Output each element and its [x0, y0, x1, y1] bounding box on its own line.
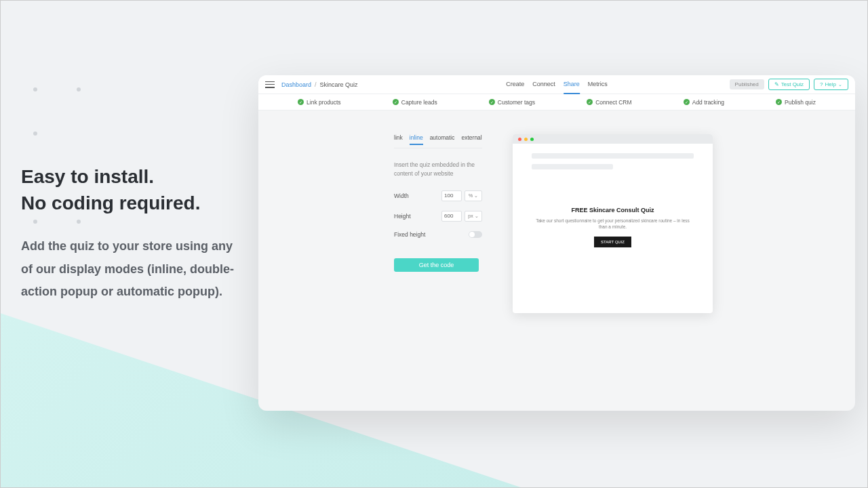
skeleton-line [532, 164, 613, 169]
help-icon: ? [820, 81, 823, 87]
get-code-button[interactable]: Get the code [394, 258, 479, 272]
traffic-yellow-icon [524, 138, 528, 141]
skeleton-line [532, 153, 694, 159]
edit-icon: ✎ [774, 81, 779, 87]
preview-start-quiz-button[interactable]: START QUIZ [594, 237, 631, 247]
check-icon: ✓ [489, 99, 495, 105]
headline-2: No coding required. [21, 192, 200, 214]
help-button[interactable]: ? Help ⌄ [814, 79, 848, 90]
step-customer-tags[interactable]: ✓Customer tags [489, 99, 535, 106]
check-icon: ✓ [587, 99, 593, 105]
height-input[interactable] [441, 211, 462, 222]
height-unit-select[interactable]: px⌄ [465, 211, 482, 222]
preview-quiz-title: FREE Skincare Consult Quiz [532, 207, 694, 214]
marketing-body: Add the quiz to your store using any of … [21, 235, 245, 303]
browser-mockup: FREE Skincare Consult Quiz Take our shor… [513, 134, 713, 313]
test-quiz-button[interactable]: ✎ Test Quiz [768, 79, 810, 90]
status-badge: Published [730, 79, 764, 89]
chevron-down-icon: ⌄ [475, 214, 479, 219]
fixed-height-label: Fixed height [394, 231, 425, 238]
fixed-height-toggle[interactable] [469, 231, 482, 238]
tab-metrics[interactable]: Metrics [588, 75, 608, 94]
traffic-green-icon [530, 138, 534, 141]
check-icon: ✓ [393, 99, 399, 105]
step-add-tracking[interactable]: ✓Add tracking [684, 99, 724, 106]
chevron-down-icon: ⌄ [838, 82, 842, 87]
breadcrumb-current: Skincare Quiz [320, 81, 358, 88]
check-icon: ✓ [776, 99, 782, 105]
top-tabs: Create Connect Share Metrics [506, 75, 608, 94]
app-window: Dashboard / Skincare Quiz Create Connect… [258, 75, 855, 411]
step-connect-crm[interactable]: ✓Connect CRM [587, 99, 631, 106]
breadcrumb-sep: / [315, 81, 317, 88]
tab-create[interactable]: Create [506, 75, 524, 94]
traffic-red-icon [518, 138, 521, 141]
mode-tab-external[interactable]: external [461, 134, 481, 145]
menu-icon[interactable] [265, 81, 275, 88]
breadcrumb-root[interactable]: Dashboard [281, 81, 311, 88]
width-label: Width [394, 192, 409, 199]
preview-panel: FREE Skincare Consult Quiz Take our shor… [513, 134, 716, 313]
width-input[interactable] [441, 190, 462, 201]
step-link-products[interactable]: ✓Link products [298, 99, 341, 106]
preview-quiz-subtitle: Take our short questionnaire to get your… [532, 218, 694, 230]
tab-connect[interactable]: Connect [532, 75, 555, 94]
share-settings-panel: link inline automatic external Insert th… [394, 134, 482, 313]
chevron-down-icon: ⌄ [474, 193, 478, 199]
mode-description: Insert the quiz embedded in the content … [394, 161, 482, 178]
step-capture-leads[interactable]: ✓Capture leads [393, 99, 437, 106]
step-publish-quiz[interactable]: ✓Publish quiz [776, 99, 816, 106]
width-unit-select[interactable]: %⌄ [465, 190, 482, 201]
steps-bar: ✓Link products ✓Capture leads ✓Customer … [258, 94, 855, 110]
check-icon: ✓ [298, 99, 304, 105]
check-icon: ✓ [684, 99, 690, 105]
breadcrumb: Dashboard / Skincare Quiz [281, 81, 358, 88]
headline-1: Easy to install. [21, 166, 154, 187]
mode-tab-link[interactable]: link [394, 134, 403, 145]
height-label: Height [394, 213, 411, 220]
marketing-headline: Easy to install. No coding required. [21, 163, 245, 216]
mode-tab-inline[interactable]: inline [410, 134, 423, 145]
mode-tab-automatic[interactable]: automatic [430, 134, 455, 145]
tab-share[interactable]: Share [564, 75, 580, 94]
